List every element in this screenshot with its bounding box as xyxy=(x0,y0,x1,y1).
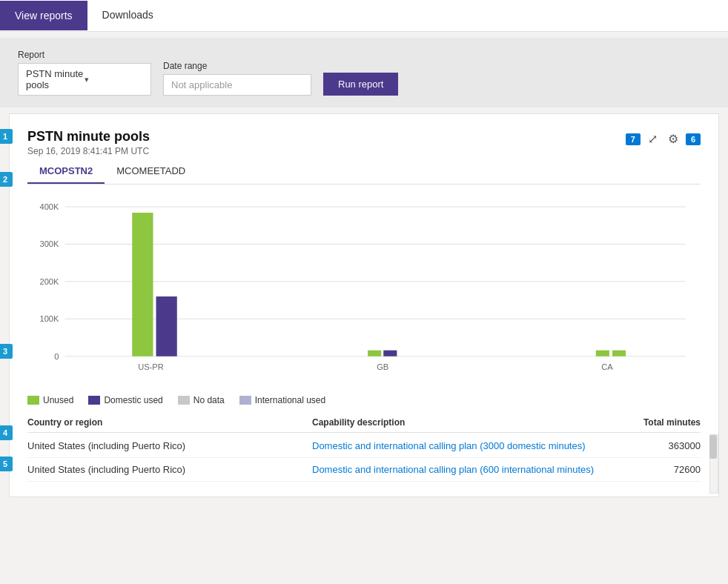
date-range-input[interactable]: Not applicable xyxy=(163,74,311,96)
legend-international-label: International used xyxy=(255,395,325,405)
report-title: PSTN minute pools xyxy=(27,129,150,145)
run-report-button[interactable]: Run report xyxy=(323,73,398,96)
svg-text:100K: 100K xyxy=(39,314,59,323)
capability-link-1[interactable]: Domestic and international calling plan … xyxy=(312,464,594,475)
svg-text:200K: 200K xyxy=(39,277,59,286)
downloads-button[interactable]: Downloads xyxy=(87,0,168,31)
legend-unused-label: Unused xyxy=(43,395,73,405)
date-range-label: Date range xyxy=(163,61,311,71)
side-badge-1: 1 xyxy=(0,129,13,144)
table-row: United States (including Puerto Rico) Do… xyxy=(27,458,701,482)
legend-domestic-label: Domestic used xyxy=(104,395,162,405)
scrollbar[interactable] xyxy=(709,434,718,494)
col-country: Country or region xyxy=(27,417,312,428)
side-badge-5: 5 xyxy=(0,457,13,471)
table-row: United States (including Puerto Rico) Do… xyxy=(27,434,701,458)
report-title-group: PSTN minute pools Sep 16, 2019 8:41:41 P… xyxy=(27,129,150,156)
cell-total-0: 363000 xyxy=(597,440,701,451)
bar-uspr-domestic xyxy=(156,296,177,356)
expand-icon-button[interactable]: ⤢ xyxy=(645,129,661,149)
legend-domestic-color xyxy=(88,396,100,405)
report-date: Sep 16, 2019 8:41:41 PM UTC xyxy=(27,146,150,156)
legend-nodata-label: No data xyxy=(193,395,225,405)
legend-nodata-color xyxy=(178,396,190,405)
top-navigation: View reports Downloads xyxy=(0,0,728,32)
filter-bar: Report PSTN minute pools ▾ Date range No… xyxy=(0,38,728,107)
legend-domestic: Domestic used xyxy=(88,395,162,405)
date-range-filter-group: Date range Not applicable xyxy=(163,61,311,96)
cell-capability-1: Domestic and international calling plan … xyxy=(312,464,597,475)
tab-mcomeetadd[interactable]: MCOMEETADD xyxy=(105,159,197,184)
badge-7: 7 xyxy=(626,133,641,145)
table-body: United States (including Puerto Rico) Do… xyxy=(27,434,701,482)
svg-text:400K: 400K xyxy=(39,202,59,211)
svg-text:0: 0 xyxy=(54,352,59,361)
table-header: Country or region Capability description… xyxy=(27,417,701,433)
svg-text:300K: 300K xyxy=(39,239,59,248)
svg-text:CA: CA xyxy=(601,362,613,371)
chart-svg: 400K 300K 200K 100K 0 US-PR GB CA xyxy=(27,196,701,389)
report-label: Report xyxy=(18,50,151,60)
cell-capability-0: Domestic and international calling plan … xyxy=(312,440,597,451)
table-section: Country or region Capability description… xyxy=(27,417,701,482)
capability-link-0[interactable]: Domestic and international calling plan … xyxy=(312,440,586,451)
report-filter-group: Report PSTN minute pools ▾ xyxy=(18,50,151,96)
report-header: PSTN minute pools Sep 16, 2019 8:41:41 P… xyxy=(27,129,701,156)
filter-row: Report PSTN minute pools ▾ Date range No… xyxy=(18,50,710,96)
legend: Unused Domestic used No data Internation… xyxy=(27,395,701,405)
svg-text:GB: GB xyxy=(377,362,388,371)
view-reports-button[interactable]: View reports xyxy=(0,1,87,30)
legend-nodata: No data xyxy=(178,395,225,405)
bar-gb-domestic xyxy=(383,351,397,356)
legend-international-color xyxy=(239,396,251,405)
bar-ca-unused xyxy=(596,351,609,356)
chart-area: 400K 300K 200K 100K 0 US-PR GB CA xyxy=(27,196,701,389)
bar-ca-domestic xyxy=(612,351,626,356)
col-total: Total minutes xyxy=(597,417,701,428)
svg-text:US-PR: US-PR xyxy=(138,362,163,371)
legend-international: International used xyxy=(239,395,325,405)
side-badge-4: 4 xyxy=(0,425,13,440)
bar-uspr-unused xyxy=(132,213,153,356)
col-capability: Capability description xyxy=(312,417,597,428)
cell-country-1: United States (including Puerto Rico) xyxy=(27,464,312,475)
date-range-placeholder: Not applicable xyxy=(171,79,232,90)
scrollbar-thumb xyxy=(709,435,717,459)
tab-mcopstn2[interactable]: MCOPSTN2 xyxy=(27,159,105,184)
report-value: PSTN minute pools xyxy=(26,68,85,90)
bar-gb-unused xyxy=(368,351,381,356)
side-badge-3: 3 xyxy=(0,344,13,359)
cell-country-0: United States (including Puerto Rico) xyxy=(27,440,312,451)
report-card: 1 PSTN minute pools Sep 16, 2019 8:41:41… xyxy=(9,113,719,497)
settings-icon-button[interactable]: ⚙ xyxy=(665,129,681,149)
tab-bar: MCOPSTN2 MCOMEETADD xyxy=(27,159,701,185)
cell-total-1: 72600 xyxy=(597,464,701,475)
side-badge-2: 2 xyxy=(0,172,13,187)
chevron-down-icon: ▾ xyxy=(85,75,143,84)
badge-6: 6 xyxy=(686,133,701,145)
legend-unused-color xyxy=(27,396,39,405)
legend-unused: Unused xyxy=(27,395,73,405)
header-actions: 7 ⤢ ⚙ 6 xyxy=(626,129,701,149)
report-dropdown[interactable]: PSTN minute pools ▾ xyxy=(18,63,151,96)
